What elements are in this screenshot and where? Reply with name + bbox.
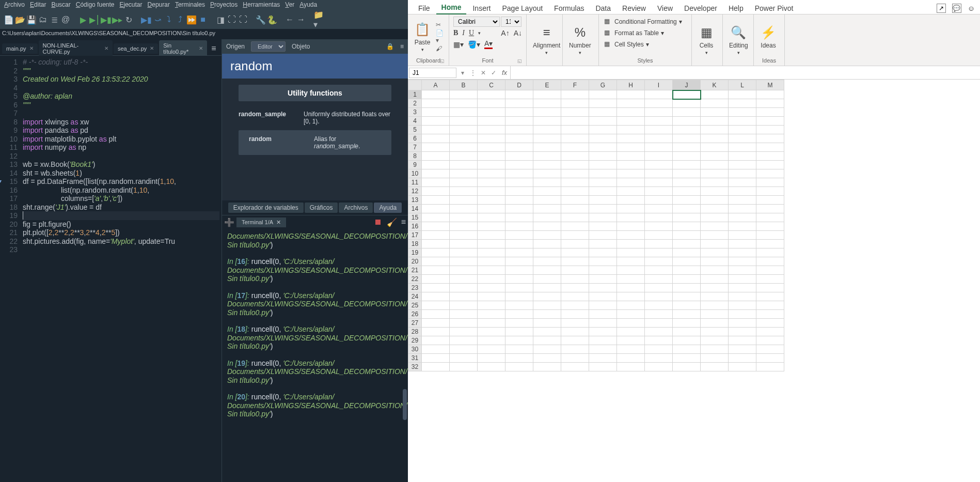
ribbon-tab-home[interactable]: Home xyxy=(436,1,467,15)
help-pane-tab[interactable]: Ayuda xyxy=(374,203,402,213)
cell[interactable] xyxy=(561,257,589,266)
row-header[interactable]: 30 xyxy=(408,345,422,354)
cell[interactable] xyxy=(589,292,617,301)
cell[interactable] xyxy=(729,108,756,117)
cell[interactable] xyxy=(422,161,450,169)
cell[interactable] xyxy=(589,257,617,266)
cell[interactable] xyxy=(478,310,505,319)
cell[interactable] xyxy=(729,117,756,126)
cell[interactable] xyxy=(589,222,617,231)
cell[interactable] xyxy=(701,205,729,213)
cell[interactable] xyxy=(505,310,533,319)
cell[interactable] xyxy=(729,345,756,354)
cell[interactable] xyxy=(729,310,756,319)
cell[interactable] xyxy=(701,354,729,363)
cell[interactable] xyxy=(561,240,589,248)
cell[interactable] xyxy=(505,248,533,257)
cell[interactable] xyxy=(756,319,784,328)
cell[interactable] xyxy=(645,169,673,178)
cell[interactable] xyxy=(505,222,533,231)
cell[interactable] xyxy=(617,231,645,240)
cell[interactable] xyxy=(617,222,645,231)
cell[interactable] xyxy=(729,90,756,99)
cell[interactable] xyxy=(729,284,756,292)
cell[interactable] xyxy=(617,117,645,126)
cell[interactable] xyxy=(589,328,617,336)
cell[interactable] xyxy=(505,169,533,178)
cell[interactable] xyxy=(617,284,645,292)
cell[interactable] xyxy=(505,143,533,152)
cell[interactable] xyxy=(673,284,701,292)
cell[interactable] xyxy=(533,108,561,117)
cell[interactable] xyxy=(450,126,478,134)
cell[interactable] xyxy=(478,292,505,301)
cell[interactable] xyxy=(478,301,505,310)
cell[interactable] xyxy=(561,196,589,205)
cell[interactable] xyxy=(617,328,645,336)
cell[interactable] xyxy=(673,169,701,178)
cell[interactable] xyxy=(645,336,673,345)
cell[interactable] xyxy=(617,196,645,205)
cell[interactable] xyxy=(450,310,478,319)
cell[interactable] xyxy=(561,354,589,363)
new-file-icon[interactable]: 📄 xyxy=(4,15,13,24)
cell[interactable] xyxy=(701,178,729,187)
cell[interactable] xyxy=(729,248,756,257)
cell[interactable] xyxy=(645,266,673,275)
cell[interactable] xyxy=(645,248,673,257)
cell[interactable] xyxy=(673,310,701,319)
row-header[interactable]: 31 xyxy=(408,354,422,363)
cell[interactable] xyxy=(450,196,478,205)
cell[interactable] xyxy=(729,152,756,161)
help-source-select[interactable]: Editor xyxy=(251,41,286,52)
cell[interactable] xyxy=(701,152,729,161)
cell[interactable] xyxy=(533,187,561,196)
cell[interactable] xyxy=(673,222,701,231)
cell[interactable] xyxy=(450,222,478,231)
cell[interactable] xyxy=(673,143,701,152)
row-header[interactable]: 27 xyxy=(408,319,422,328)
cell[interactable] xyxy=(701,240,729,248)
cell[interactable] xyxy=(701,310,729,319)
cell[interactable] xyxy=(589,90,617,99)
cell[interactable] xyxy=(478,117,505,126)
cell[interactable] xyxy=(617,257,645,266)
namebox-dropdown-icon[interactable]: ▾ xyxy=(457,69,468,76)
cell[interactable] xyxy=(729,240,756,248)
cell[interactable] xyxy=(422,354,450,363)
cell[interactable] xyxy=(729,213,756,222)
cell[interactable] xyxy=(422,345,450,354)
row-header[interactable]: 23 xyxy=(408,284,422,292)
cell[interactable] xyxy=(533,205,561,213)
cell[interactable] xyxy=(589,248,617,257)
cell[interactable] xyxy=(589,266,617,275)
cell[interactable] xyxy=(589,126,617,134)
comments-icon[interactable]: 💬 xyxy=(952,4,961,13)
cell[interactable] xyxy=(533,222,561,231)
cell[interactable] xyxy=(422,99,450,108)
cell[interactable] xyxy=(561,363,589,371)
cell[interactable] xyxy=(645,152,673,161)
row-header[interactable]: 10 xyxy=(408,169,422,178)
cell[interactable] xyxy=(701,117,729,126)
cell[interactable] xyxy=(533,178,561,187)
cell[interactable] xyxy=(450,143,478,152)
smile-icon[interactable]: ☺ xyxy=(968,4,975,12)
cell[interactable] xyxy=(533,363,561,371)
cell[interactable] xyxy=(450,90,478,99)
cell[interactable] xyxy=(645,187,673,196)
cell[interactable] xyxy=(729,196,756,205)
cell[interactable] xyxy=(756,169,784,178)
cell[interactable] xyxy=(561,205,589,213)
cell[interactable] xyxy=(701,248,729,257)
cwd-icon[interactable]: 📁▾ xyxy=(314,15,323,24)
cell[interactable] xyxy=(561,90,589,99)
cell[interactable] xyxy=(422,292,450,301)
cell[interactable] xyxy=(645,319,673,328)
cell[interactable] xyxy=(617,248,645,257)
cell[interactable] xyxy=(422,143,450,152)
column-header[interactable]: B xyxy=(450,80,478,90)
cell[interactable] xyxy=(729,328,756,336)
cell[interactable] xyxy=(450,213,478,222)
cell[interactable] xyxy=(505,117,533,126)
